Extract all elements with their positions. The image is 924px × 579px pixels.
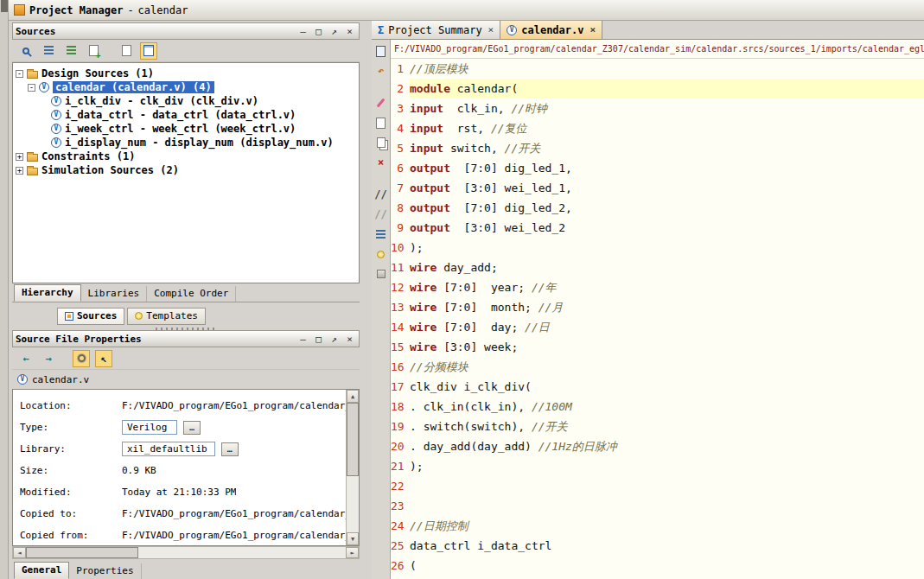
uncomment-button[interactable]: // <box>373 206 390 223</box>
code-text: data_ctrl i_data_ctrl <box>410 536 924 556</box>
line-number: 24 <box>391 516 410 536</box>
settings-button[interactable] <box>73 350 90 367</box>
tab-libraries[interactable]: Libraries <box>81 286 148 302</box>
expand-icon[interactable]: + <box>16 153 23 161</box>
code-line[interactable]: 11wire day_add; <box>391 258 924 277</box>
line-number: 26 <box>391 556 410 576</box>
tree-item-i-week-ctrl-week-ctrl-week-ctrl-v[interactable]: Vi_week_ctrl - week_ctrl (week_ctrl.v) <box>13 122 359 136</box>
float-icon[interactable]: ↗ <box>328 334 341 345</box>
tree-item-design-sources-1[interactable]: -Design Sources (1) <box>13 67 359 80</box>
comment-button[interactable]: // <box>373 186 390 203</box>
code-line[interactable]: 6output [7:0] dig_led_1, <box>391 158 924 178</box>
ellipsis-button[interactable]: … <box>183 421 201 435</box>
horizontal-scroll-thumb[interactable] <box>26 547 138 558</box>
minimize-icon[interactable]: – <box>296 334 309 345</box>
verilog-module-icon: V <box>51 124 61 134</box>
forward-button[interactable]: → <box>40 350 57 367</box>
new-file-button[interactable] <box>118 42 135 60</box>
tab-templates[interactable]: Templates <box>127 308 206 325</box>
code-editor[interactable]: 1//顶层模块2module calendar(3input clk_in, /… <box>391 59 924 579</box>
type-combobox[interactable]: Verilog <box>122 420 177 435</box>
delete-button[interactable]: × <box>373 154 390 171</box>
collapsed-panel-strip[interactable] <box>0 0 9 579</box>
code-line[interactable]: 24//日期控制 <box>391 516 924 536</box>
report-button[interactable] <box>140 42 157 60</box>
edit-button[interactable] <box>373 94 390 111</box>
tree-item-calendar-calendar-v-4[interactable]: -Vcalendar (calendar.v) (4) <box>13 80 359 94</box>
scroll-right-icon[interactable]: ► <box>346 547 359 558</box>
tab-sources[interactable]: Sources <box>57 308 124 325</box>
collapse-icon[interactable]: - <box>28 84 35 92</box>
template-button[interactable] <box>373 265 390 283</box>
tab-compile-order[interactable]: Compile Order <box>147 286 236 302</box>
undo-button[interactable]: ↶ <box>373 62 390 80</box>
code-line[interactable]: 3input clk_in, //时钟 <box>391 99 924 118</box>
code-line[interactable]: 12wire [7:0] year; //年 <box>391 277 924 297</box>
minimize-icon[interactable]: – <box>296 26 309 37</box>
code-line[interactable]: 5input switch, //开关 <box>391 138 924 158</box>
scroll-up-icon[interactable]: ▲ <box>347 390 359 403</box>
close-icon[interactable]: × <box>343 26 356 37</box>
save-button[interactable] <box>373 42 390 60</box>
copy-button[interactable] <box>373 114 390 131</box>
indent-button[interactable] <box>373 226 390 243</box>
collapse-all-button[interactable] <box>40 42 57 60</box>
code-line[interactable]: 9output [3:0] wei_led_2 <box>391 218 924 238</box>
tree-item-i-data-ctrl-data-ctrl-data-ctrl-v[interactable]: Vi_data_ctrl - data_ctrl (data_ctrl.v) <box>13 108 359 122</box>
float-icon[interactable]: ↗ <box>328 26 341 37</box>
code-line[interactable]: 2module calendar( <box>391 79 924 99</box>
select-button[interactable]: ↖ <box>95 350 112 367</box>
editor-tab-project-summary[interactable]: ΣProject Summary× <box>372 21 500 39</box>
code-line[interactable]: 8output [7:0] dig_led_2, <box>391 198 924 218</box>
back-button[interactable]: ← <box>17 350 35 367</box>
add-sources-icon <box>89 45 99 56</box>
ellipsis-button[interactable]: … <box>221 442 239 456</box>
property-row-size: Size:0.9 KB <box>20 460 346 481</box>
tab-hierarchy[interactable]: Hierarchy <box>14 284 81 302</box>
code-line[interactable]: 1//顶层模块 <box>391 59 924 79</box>
vertical-scroll-thumb[interactable] <box>347 403 359 476</box>
tree-item-i-clk-div-clk-div-clk-div-v[interactable]: Vi_clk_div - clk_div (clk_div.v) <box>13 94 359 108</box>
selected-file-row: V calendar.v <box>12 370 360 389</box>
line-number: 23 <box>391 496 410 516</box>
scroll-down-icon[interactable]: ▼ <box>347 532 359 545</box>
code-line[interactable]: 15wire [3:0] week; <box>391 337 924 357</box>
search-button[interactable] <box>17 42 35 60</box>
maximize-icon[interactable]: □ <box>312 26 325 37</box>
close-tab-icon[interactable]: × <box>589 24 596 35</box>
code-line[interactable]: 14wire [7:0] day; //日 <box>391 317 924 337</box>
code-line[interactable]: 10); <box>391 238 924 258</box>
library-input[interactable]: xil_defaultlib <box>122 442 215 456</box>
code-line[interactable]: 26( <box>391 556 924 576</box>
horizontal-scrollbar[interactable]: ◄ ► <box>12 546 360 559</box>
code-line[interactable]: 19. switch(switch), //开关 <box>391 417 924 436</box>
collapse-icon[interactable]: - <box>16 70 23 78</box>
tree-item-simulation-sources-2[interactable]: +Simulation Sources (2) <box>13 163 359 177</box>
code-line[interactable]: 13wire [7:0] month; //月 <box>391 297 924 317</box>
code-line[interactable]: 22 <box>391 476 924 496</box>
maximize-icon[interactable]: □ <box>312 334 325 345</box>
code-line[interactable]: 16//分频模块 <box>391 357 924 377</box>
code-line[interactable]: 18. clk_in(clk_in), //100M <box>391 397 924 417</box>
add-sources-button[interactable] <box>85 42 102 60</box>
code-line[interactable]: 21); <box>391 456 924 476</box>
bulb-button[interactable] <box>373 245 390 263</box>
vertical-scrollbar[interactable]: ▲ ▼ <box>346 390 359 545</box>
code-line[interactable]: 4input rst, //复位 <box>391 118 924 138</box>
tab-general[interactable]: General <box>14 562 69 579</box>
paste-button[interactable] <box>373 134 390 151</box>
tree-item-i-display-num-display-num-display-num-v[interactable]: Vi_display_num - display_num (display_nu… <box>13 136 359 150</box>
scroll-left-icon[interactable]: ◄ <box>13 547 26 558</box>
tree-item-constraints-1[interactable]: +Constraints (1) <box>13 150 359 163</box>
expand-icon[interactable]: + <box>16 167 23 175</box>
editor-tab-calendar-v[interactable]: Vcalendar.v× <box>500 21 602 39</box>
code-line[interactable]: 7output [3:0] wei_led_1, <box>391 178 924 198</box>
code-line[interactable]: 20. day_add(day_add) //1Hz的日脉冲 <box>391 436 924 456</box>
close-icon[interactable]: × <box>343 334 356 345</box>
tab-properties[interactable]: Properties <box>69 563 141 579</box>
code-line[interactable]: 23 <box>391 496 924 516</box>
expand-all-button[interactable] <box>62 42 80 60</box>
code-line[interactable]: 25data_ctrl i_data_ctrl <box>391 536 924 556</box>
close-tab-icon[interactable]: × <box>488 24 494 35</box>
code-line[interactable]: 17clk_div i_clk_div( <box>391 377 924 397</box>
